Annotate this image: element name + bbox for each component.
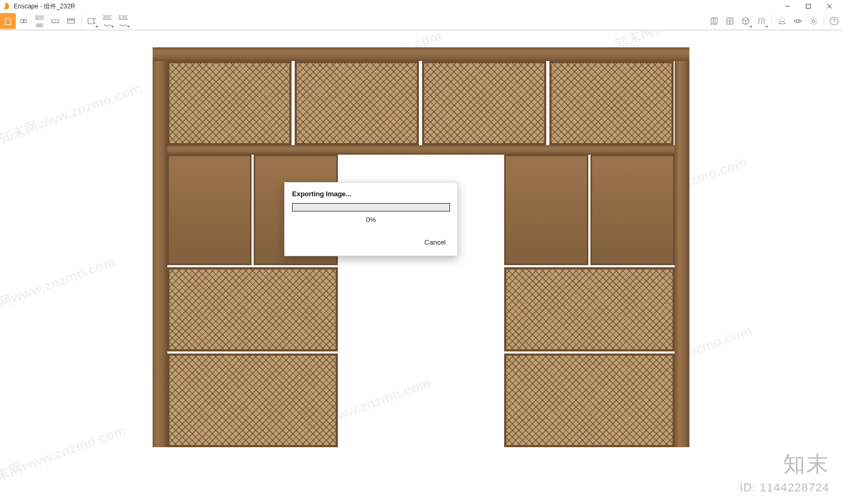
map-button[interactable] bbox=[706, 13, 722, 29]
window-maximize-button[interactable] bbox=[798, 0, 819, 13]
video-path-button[interactable] bbox=[63, 13, 79, 29]
watermark-text: 知末网www.znzmo.com bbox=[0, 79, 144, 148]
main-toolbar: BIM 360° EXE bbox=[0, 13, 842, 31]
export-progress-bar bbox=[292, 203, 450, 211]
watermark-asset-id: ID: 1144228724 bbox=[739, 481, 829, 495]
visual-settings-button[interactable] bbox=[790, 13, 806, 29]
dialog-title: Exporting Image... bbox=[285, 183, 457, 203]
svg-rect-1 bbox=[806, 4, 810, 8]
export-image-dialog: Exporting Image... 0% Cancel bbox=[284, 182, 458, 256]
toolbar-separator bbox=[824, 15, 824, 27]
svg-point-5 bbox=[23, 19, 27, 23]
screenshot-export-button[interactable] bbox=[84, 13, 99, 29]
watermark-text: 知末网www.znzmo.com bbox=[0, 421, 128, 490]
sun-position-button[interactable] bbox=[774, 13, 790, 29]
bim-label: BIM bbox=[35, 14, 44, 19]
watermark-brand: 知末 bbox=[783, 449, 829, 479]
views-manager-button[interactable] bbox=[754, 13, 769, 29]
home-view-button[interactable] bbox=[0, 13, 16, 29]
window-title: Enscape - 组件_232R bbox=[14, 2, 75, 11]
svg-rect-14 bbox=[88, 18, 94, 24]
vr-headset-button[interactable] bbox=[47, 13, 63, 29]
3d-object-button[interactable] bbox=[738, 13, 754, 29]
svg-point-22 bbox=[813, 20, 815, 23]
window-titlebar: Enscape - 组件_232R bbox=[0, 0, 842, 13]
enscape-logo-icon bbox=[2, 2, 11, 11]
svg-point-21 bbox=[797, 20, 799, 23]
sync-views-button[interactable] bbox=[16, 13, 32, 29]
svg-line-20 bbox=[784, 19, 785, 21]
settings-button[interactable] bbox=[806, 13, 821, 29]
svg-line-19 bbox=[779, 19, 780, 21]
panorama-export-button[interactable]: 360° bbox=[99, 13, 115, 29]
threesixty-label: 360° bbox=[103, 14, 113, 19]
exe-export-button[interactable]: EXE bbox=[115, 13, 131, 29]
watermark-text: 知末网www.znzmo.com bbox=[0, 253, 118, 321]
bim-mode-button[interactable]: BIM bbox=[32, 13, 47, 29]
cancel-button[interactable]: Cancel bbox=[420, 235, 450, 249]
exe-label: EXE bbox=[118, 14, 128, 19]
render-viewport[interactable]: 知末网www.znzmo.com 知末网www.znzmo.com 知末网www… bbox=[0, 31, 842, 504]
asset-library-button[interactable] bbox=[722, 13, 738, 29]
toolbar-separator bbox=[771, 15, 772, 27]
export-progress-percent: 0% bbox=[285, 211, 457, 231]
toolbar-separator bbox=[81, 15, 82, 27]
window-minimize-button[interactable] bbox=[777, 0, 798, 13]
window-close-button[interactable] bbox=[819, 0, 840, 13]
help-button[interactable] bbox=[826, 13, 842, 29]
